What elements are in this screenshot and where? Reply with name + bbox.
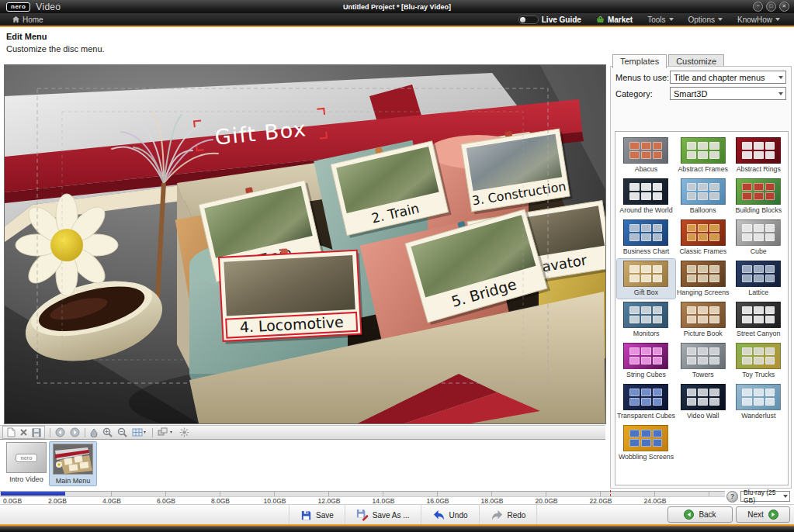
save-button[interactable]: Save <box>289 505 345 525</box>
redo-button[interactable]: Redo <box>479 505 538 525</box>
template-item[interactable]: Around the World <box>617 177 675 216</box>
template-label: Lattice <box>730 288 786 296</box>
category-value: Smart3D <box>674 89 707 98</box>
highlight-icon[interactable] <box>179 427 189 437</box>
template-label: Balloons <box>675 206 731 214</box>
template-item[interactable]: Toy Trucks <box>730 341 786 381</box>
template-thumbnail <box>623 425 668 451</box>
menus-to-use-dropdown[interactable]: Title and chapter menus <box>670 71 786 84</box>
capacity-fill <box>1 492 65 496</box>
nero-video-window: nero Video Untitled Project * [Blu-ray V… <box>0 0 794 532</box>
template-item[interactable]: Building Blocks <box>730 177 786 216</box>
template-item[interactable]: Gift Box <box>617 259 675 299</box>
template-item[interactable]: Business Chart <box>617 218 675 257</box>
title-bar: nero Video Untitled Project * [Blu-ray V… <box>0 0 794 13</box>
next-arrow-icon <box>768 510 778 520</box>
group-objects-dropdown[interactable] <box>158 427 175 437</box>
market-label: Market <box>608 16 633 24</box>
color-picker-icon[interactable] <box>90 428 98 437</box>
redo-icon <box>491 510 504 521</box>
tools-menu[interactable]: Tools <box>643 16 678 24</box>
zoom-in-icon[interactable] <box>102 427 113 437</box>
home-button[interactable]: Home <box>8 16 48 24</box>
template-label: Monitors <box>617 330 675 337</box>
template-item[interactable]: Lattice <box>730 259 786 299</box>
template-item[interactable]: Wobbling Screens <box>617 423 675 463</box>
template-thumbnail <box>623 137 668 164</box>
close-button[interactable]: ✕ <box>779 2 789 12</box>
options-menu[interactable]: Options <box>684 16 727 24</box>
template-item[interactable]: Abstract Rings <box>730 136 786 175</box>
template-item[interactable]: Abacus <box>617 136 675 175</box>
delete-icon[interactable] <box>19 428 28 437</box>
tab-templates[interactable]: Templates <box>612 54 667 68</box>
daisy-flower <box>16 194 118 296</box>
save-icon[interactable] <box>32 428 41 437</box>
help-icon[interactable]: ? <box>726 491 738 503</box>
market-button[interactable]: Market <box>591 16 637 24</box>
main-menu-thumbnail-selected[interactable]: Main Menu <box>50 442 96 485</box>
template-thumbnail <box>681 384 726 410</box>
template-item[interactable]: Transparent Cubes <box>617 382 675 422</box>
minimize-button[interactable]: − <box>753 2 763 12</box>
template-label: Abacus <box>617 165 675 173</box>
template-thumbnail <box>736 137 781 164</box>
view-grid-dropdown[interactable] <box>132 427 147 437</box>
main-menu-label: Main Menu <box>53 477 93 485</box>
undo-button[interactable]: Undo <box>421 505 479 525</box>
template-item[interactable]: Abstract Frames <box>675 136 731 175</box>
template-item[interactable]: Video Wall <box>675 382 731 422</box>
save-as-button[interactable]: Save As ... <box>345 505 421 525</box>
template-thumbnail <box>736 384 781 410</box>
chevron-down-icon <box>778 92 783 98</box>
back-button[interactable]: Back <box>667 506 733 523</box>
knowhow-menu[interactable]: KnowHow <box>733 16 785 24</box>
template-thumbnail <box>623 219 668 246</box>
new-page-icon[interactable] <box>6 427 16 437</box>
intro-video-thumbnail[interactable]: nero Intro Video <box>6 442 47 483</box>
home-label: Home <box>23 16 43 24</box>
template-label: Business Chart <box>617 247 675 255</box>
template-label: Towers <box>675 371 731 378</box>
template-thumbnail <box>681 137 726 164</box>
floppy-pen-icon <box>356 509 369 521</box>
template-thumbnail <box>736 178 781 205</box>
template-item[interactable]: Hanging Screens <box>675 259 731 299</box>
template-item[interactable]: String Cubes <box>617 341 675 381</box>
chevron-down-icon <box>718 18 723 23</box>
category-dropdown[interactable]: Smart3D <box>670 87 786 100</box>
template-item[interactable]: Street Canyon <box>730 300 786 340</box>
bottom-status-strip <box>0 524 794 532</box>
page-title: Edit Menu <box>6 32 47 41</box>
maximize-button[interactable]: □ <box>766 2 776 12</box>
template-label: Gift Box <box>617 288 675 296</box>
template-thumbnail <box>623 261 668 287</box>
template-item[interactable]: Towers <box>675 341 731 381</box>
template-thumbnail <box>736 302 781 328</box>
templates-panel: Menus to use: Title and chapter menus Ca… <box>610 66 792 489</box>
template-label: Toy Trucks <box>730 371 786 378</box>
template-label: Transparent Cubes <box>617 412 675 420</box>
nav-forward-icon[interactable] <box>70 427 80 437</box>
preview-toolbar <box>0 425 605 440</box>
template-thumbnail <box>623 178 668 205</box>
back-arrow-icon <box>684 510 694 520</box>
live-guide-toggle[interactable]: Live Guide <box>514 16 586 24</box>
zoom-out-icon[interactable] <box>117 427 127 437</box>
chevron-down-icon <box>669 18 674 23</box>
disc-type-dropdown[interactable]: Blu-ray (25 GB) <box>740 491 790 502</box>
nav-back-icon[interactable] <box>55 427 65 437</box>
template-item[interactable]: Picture Book <box>675 300 731 340</box>
template-item[interactable]: Classic Frames <box>675 218 731 257</box>
next-button[interactable]: Next <box>736 506 790 523</box>
menu-item-photo-4-selected[interactable]: 4. Locomotive <box>219 245 364 344</box>
template-item[interactable]: Cube <box>730 218 786 257</box>
template-thumbnail <box>681 302 726 328</box>
template-item[interactable]: Wanderlust <box>730 382 786 422</box>
template-label: Hanging Screens <box>675 288 731 296</box>
template-item[interactable]: Monitors <box>617 300 675 340</box>
knowhow-label: KnowHow <box>737 16 772 24</box>
template-label: Around the World <box>617 206 675 214</box>
template-item[interactable]: Balloons <box>675 177 731 216</box>
menu-preview-canvas[interactable]: Gift Box <box>4 64 606 424</box>
